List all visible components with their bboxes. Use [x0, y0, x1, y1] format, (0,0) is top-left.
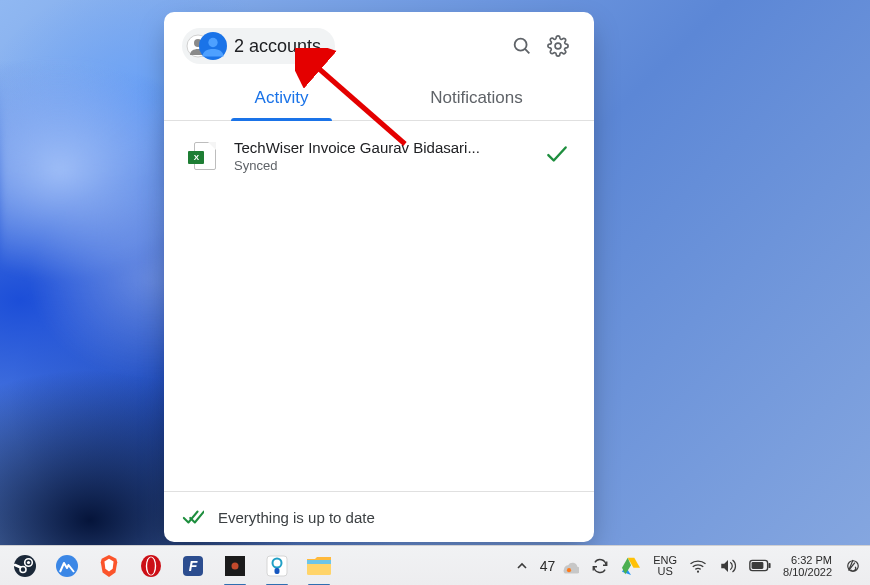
- accounts-selector[interactable]: 2 accounts: [182, 28, 335, 64]
- svg-line-5: [525, 49, 529, 53]
- file-name: TechWiser Invoice Gaurav Bidasari...: [234, 139, 544, 156]
- popup-header: 2 accounts: [164, 12, 594, 74]
- google-drive-tray-icon[interactable]: [615, 546, 647, 585]
- taskbar-right: 47 ENG US 6:32 PM: [510, 546, 870, 585]
- fdm-icon: F: [181, 554, 205, 578]
- search-icon: [511, 35, 533, 57]
- svg-point-25: [567, 568, 571, 572]
- svg-point-6: [555, 43, 561, 49]
- accounts-label: 2 accounts: [234, 36, 321, 57]
- taskbar-app-fdm[interactable]: F: [172, 546, 214, 586]
- weather-icon: [559, 558, 579, 574]
- sync-icon: [591, 557, 609, 575]
- opera-icon: [139, 554, 163, 578]
- file-row[interactable]: X TechWiser Invoice Gaurav Bidasari... S…: [168, 135, 590, 177]
- language-tray[interactable]: ENG US: [647, 555, 683, 577]
- file-meta: TechWiser Invoice Gaurav Bidasari... Syn…: [234, 139, 544, 173]
- battery-tray[interactable]: [743, 546, 777, 585]
- time-label: 6:32 PM: [791, 554, 832, 566]
- svg-point-4: [515, 39, 527, 51]
- svg-text:F: F: [189, 558, 198, 574]
- taskbar-app-explorer[interactable]: [298, 546, 340, 586]
- file-explorer-icon: [306, 555, 332, 577]
- temperature-label: 47: [540, 558, 556, 574]
- region-label: US: [658, 566, 673, 577]
- weather-tray[interactable]: 47: [534, 546, 586, 585]
- drive-icon: [621, 557, 641, 575]
- svg-point-15: [147, 557, 155, 575]
- nordvpn-icon: [55, 554, 79, 578]
- gear-icon: [547, 35, 569, 57]
- clock-tray[interactable]: 6:32 PM 8/10/2022: [777, 554, 838, 578]
- tab-activity[interactable]: Activity: [184, 74, 379, 120]
- taskbar-left: F: [0, 546, 340, 585]
- brave-icon: [98, 554, 120, 578]
- svg-point-3: [208, 38, 217, 47]
- overflow-tray-button[interactable]: [510, 546, 534, 585]
- action-center-tray[interactable]: [838, 546, 868, 585]
- steam-icon: [13, 554, 37, 578]
- wifi-tray[interactable]: [683, 546, 713, 585]
- search-button[interactable]: [504, 28, 540, 64]
- file-status: Synced: [234, 158, 544, 173]
- date-label: 8/10/2022: [783, 566, 832, 578]
- volume-tray[interactable]: [713, 546, 743, 585]
- taskbar-app-nordvpn[interactable]: [46, 546, 88, 586]
- google-drive-popup: 2 accounts Activity Notifications X Tech…: [164, 12, 594, 542]
- taskbar-app-steam[interactable]: [4, 546, 46, 586]
- svg-point-11: [20, 566, 26, 572]
- svg-rect-28: [769, 563, 771, 568]
- excel-icon: X: [188, 142, 216, 170]
- avatar-stack: [186, 31, 224, 61]
- taskbar-app-brave[interactable]: [88, 546, 130, 586]
- taskbar-app-opera[interactable]: [130, 546, 172, 586]
- language-label: ENG: [653, 555, 677, 566]
- popup-tabs: Activity Notifications: [164, 74, 594, 121]
- footer-status-label: Everything is up to date: [218, 509, 375, 526]
- taskbar: F 47 ENG US: [0, 545, 870, 585]
- wifi-icon: [689, 559, 707, 573]
- speaker-icon: [719, 558, 737, 574]
- white-app-icon: [265, 554, 289, 578]
- svg-point-10: [27, 560, 30, 563]
- popup-footer: Everything is up to date: [164, 491, 594, 542]
- double-check-icon: [182, 506, 204, 528]
- svg-rect-22: [275, 568, 280, 574]
- svg-point-26: [697, 570, 699, 572]
- taskbar-app-unknown-dark[interactable]: [214, 546, 256, 586]
- synced-check-icon: [544, 141, 570, 171]
- svg-point-19: [232, 562, 239, 569]
- battery-icon: [749, 559, 771, 572]
- taskbar-app-unknown-white[interactable]: [256, 546, 298, 586]
- popup-body: X TechWiser Invoice Gaurav Bidasari... S…: [164, 121, 594, 491]
- focus-assist-icon: [844, 557, 862, 575]
- sync-tray-icon[interactable]: [585, 546, 615, 585]
- settings-button[interactable]: [540, 28, 576, 64]
- svg-rect-29: [752, 562, 764, 569]
- dark-square-icon: [223, 554, 247, 578]
- tab-notifications[interactable]: Notifications: [379, 74, 574, 120]
- chevron-up-icon: [516, 560, 528, 572]
- svg-rect-24: [307, 560, 331, 564]
